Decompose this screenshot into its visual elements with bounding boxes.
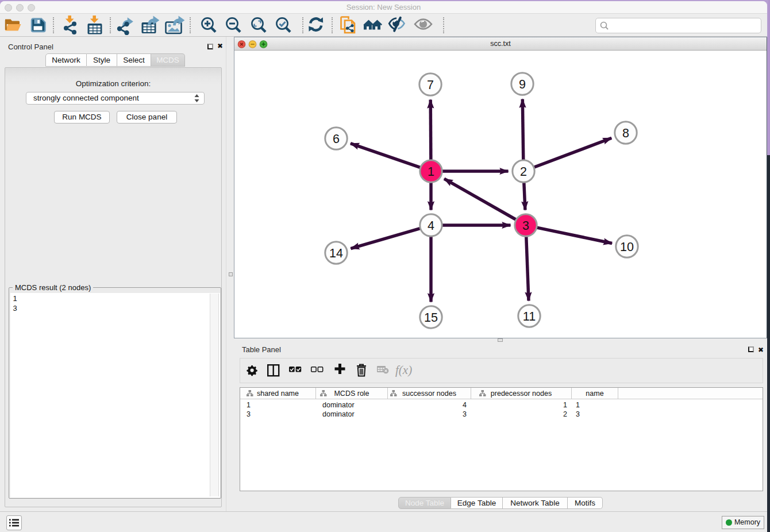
svg-text:1: 1 [428, 165, 434, 179]
svg-text:8: 8 [622, 126, 629, 140]
svg-text:3: 3 [522, 219, 529, 233]
svg-text:6: 6 [333, 132, 340, 146]
svg-text:2: 2 [520, 165, 527, 179]
svg-text:9: 9 [519, 78, 526, 91]
svg-text:4: 4 [428, 219, 434, 233]
svg-text:10: 10 [620, 240, 634, 254]
svg-text:f(x): f(x) [395, 363, 412, 377]
svg-text:7: 7 [427, 78, 434, 92]
svg-text:15: 15 [424, 311, 438, 325]
svg-text:14: 14 [329, 246, 343, 260]
svg-text:11: 11 [523, 310, 536, 323]
